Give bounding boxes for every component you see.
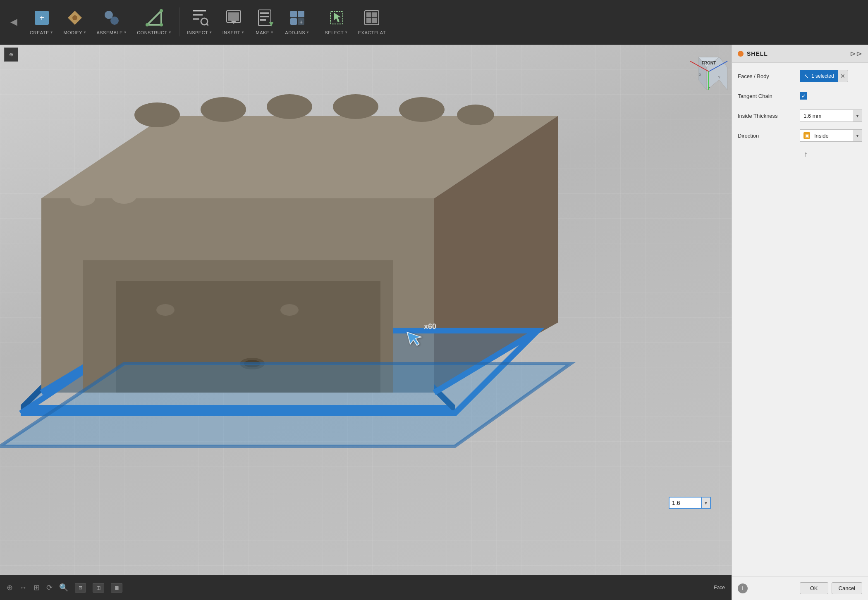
cursor-hint-icon: ↑ [804,150,808,159]
svg-point-49 [134,102,180,127]
inside-thickness-arrow[interactable]: ▼ [853,110,862,121]
direction-icon: ▣ [803,132,810,139]
direction-value: ▣ Inside [800,132,853,139]
svg-marker-63 [407,329,423,347]
panel-title-area: SHELL [738,50,768,57]
construct-label: CONSTRUCT ▼ [137,30,172,35]
exactflat-icon [363,9,380,29]
inspect-label: INSPECT ▼ [187,30,213,35]
svg-line-6 [147,11,161,25]
statusbar-display-button[interactable]: ◫ [93,583,104,593]
shell-panel: SHELL ⊳⊳ Faces / Body ↖ 1 selected ✕ Tan… [732,45,868,600]
svg-rect-27 [290,18,297,25]
faces-body-selected-button[interactable]: ↖ 1 selected [800,70,838,82]
svg-rect-34 [372,12,377,17]
svg-rect-18 [228,12,239,21]
svg-rect-23 [260,19,266,21]
addins-label: ADD-INS ▼ [285,30,309,35]
statusbar-grid-icon[interactable]: ⊞ [33,583,40,592]
statusbar-orbit-icon[interactable]: ⟳ [46,583,53,592]
direction-arrow[interactable]: ▼ [853,130,862,141]
modify-label: MODIFY ▼ [63,30,86,35]
direction-dropdown[interactable]: ▣ Inside ▼ [800,129,862,142]
svg-rect-20 [258,10,271,26]
info-button[interactable]: i [738,583,748,593]
statusbar-home-icon[interactable]: ⊕ [7,583,13,592]
svg-rect-36 [372,18,377,23]
view-cube[interactable]: FRONT X Y Z [686,49,727,90]
ok-button[interactable]: OK [800,582,828,594]
faces-body-row: Faces / Body ↖ 1 selected ✕ [738,69,862,83]
svg-point-56 [112,189,136,204]
assemble-icon [103,9,120,29]
create-icon: + [33,9,50,29]
inside-thickness-dropdown[interactable]: 1.6 mm ▼ [800,110,862,122]
toolbar-group-inspect[interactable]: INSPECT ▼ [183,3,217,40]
svg-point-50 [201,97,246,122]
toolbar-group-addins[interactable]: + ADD-INS ▼ [281,3,313,40]
construct-icon [146,9,163,29]
panel-title: SHELL [747,50,768,57]
svg-point-51 [267,94,312,119]
svg-point-59 [156,304,175,316]
svg-point-15 [201,18,208,25]
dimension-label: x60 [424,322,436,331]
svg-marker-31 [334,12,341,22]
panel-dot [738,51,744,57]
toolbar-group-insert[interactable]: INSERT ▼ [218,3,249,40]
panel-pin-button[interactable]: ⊳⊳ [850,49,862,58]
svg-rect-22 [260,16,269,17]
insert-label: INSERT ▼ [222,30,245,35]
svg-point-5 [110,17,119,25]
cursor-indicator-area: ↑ [738,148,862,160]
tangent-chain-checkbox[interactable] [800,92,807,100]
svg-point-54 [457,105,494,125]
floating-input-container: ▼ [669,497,711,509]
toolbar-group-exactflat[interactable]: EXACTFLAT [354,3,390,40]
statusbar-view-button[interactable]: ⊡ [75,583,86,593]
statusbar-status-text: Face [714,585,725,590]
thickness-input-arrow[interactable]: ▼ [702,497,711,509]
select-icon [328,9,345,29]
svg-text:+: + [299,19,303,25]
selected-count-text: 1 selected [811,73,834,79]
toolbar-group-modify[interactable]: MODIFY ▼ [59,3,91,40]
svg-rect-35 [366,18,371,23]
toolbar-group-make[interactable]: MAKE ▼ [250,3,279,40]
tangent-chain-label: Tangent Chain [738,93,800,99]
svg-rect-26 [298,11,304,17]
addins-icon: + [289,9,306,29]
inside-thickness-label: Inside Thickness [738,113,800,119]
toolbar-group-select[interactable]: SELECT ▼ [320,3,352,40]
svg-point-53 [399,97,445,122]
toolbar-group-assemble[interactable]: ASSEMBLE ▼ [92,3,131,40]
top-left-indicator[interactable]: ⊕ [4,48,18,62]
panel-footer: i OK Cancel [732,576,868,600]
inside-thickness-value: 1.6 mm [800,113,853,119]
statusbar-nav-icon[interactable]: ↔ [19,583,27,592]
direction-control[interactable]: ▣ Inside ▼ [800,129,862,142]
direction-row: Direction ▣ Inside ▼ [738,128,862,143]
toolbar-group-construct[interactable]: CONSTRUCT ▼ [133,3,176,40]
svg-rect-33 [366,12,371,17]
svg-text:Y: Y [718,76,720,79]
faces-body-control: ↖ 1 selected ✕ [800,70,862,82]
cancel-button[interactable]: Cancel [832,582,862,594]
toolbar-group-create[interactable]: + CREATE ▼ [26,3,57,40]
selection-icon: ↖ [804,73,809,79]
svg-text:+: + [39,13,44,22]
divider-1 [179,7,179,36]
svg-point-9 [146,23,149,26]
select-label: SELECT ▼ [325,30,348,35]
tangent-chain-control [800,92,862,100]
svg-point-52 [333,94,378,119]
svg-text:FRONT: FRONT [702,61,716,65]
svg-point-10 [160,9,163,12]
thickness-input[interactable] [669,497,702,509]
statusbar-zoom-icon[interactable]: 🔍 [59,583,68,592]
svg-text:X: X [699,73,701,76]
inside-thickness-control[interactable]: 1.6 mm ▼ [800,110,862,122]
toolbar: ◀ + CREATE ▼ MODIFY ▼ [0,0,868,45]
statusbar-rendering-button[interactable]: ▦ [111,583,122,593]
faces-body-clear-button[interactable]: ✕ [838,70,848,82]
